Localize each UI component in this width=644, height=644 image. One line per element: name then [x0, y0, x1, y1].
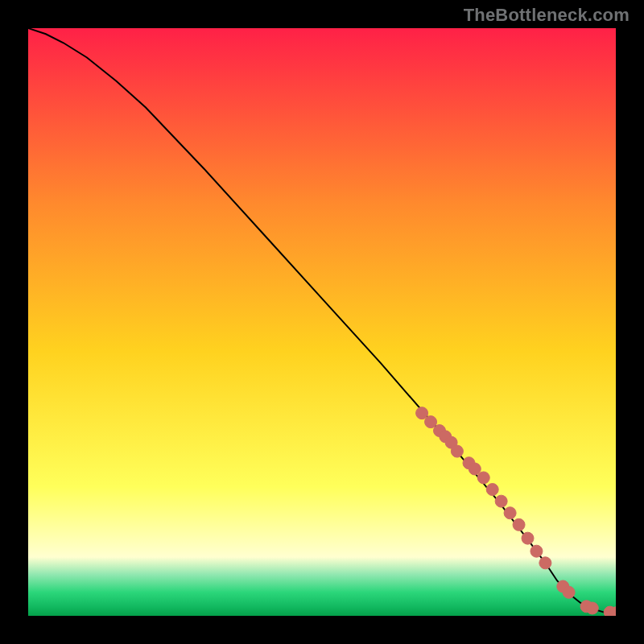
- data-marker: [486, 484, 498, 496]
- data-marker: [504, 507, 516, 519]
- data-marker: [522, 532, 534, 544]
- data-marker: [539, 557, 551, 569]
- data-marker: [513, 518, 525, 530]
- data-marker: [451, 445, 463, 457]
- data-marker: [425, 416, 437, 428]
- data-marker: [563, 586, 575, 598]
- data-marker: [469, 463, 481, 475]
- data-marker: [530, 545, 543, 557]
- data-marker: [416, 407, 428, 419]
- data-marker: [586, 602, 598, 614]
- chart-plot: [28, 28, 616, 616]
- attribution-text: TheBottleneck.com: [464, 5, 630, 26]
- data-marker: [495, 495, 507, 507]
- gradient-background: [28, 28, 616, 616]
- chart-frame: TheBottleneck.com: [0, 0, 644, 644]
- data-marker: [477, 472, 489, 484]
